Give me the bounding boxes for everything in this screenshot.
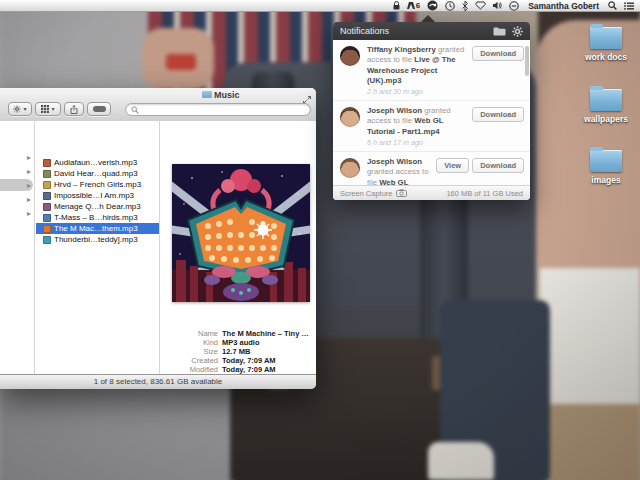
disclosure-triangle-icon: ▸ — [27, 182, 31, 190]
info-row: NameThe M Machine – Tiny Anth… — [0, 329, 316, 338]
desktop: work docs wallpapers images 6 — [0, 0, 640, 480]
notification-item[interactable]: Tiffany Kingsberry granted access to fil… — [333, 40, 530, 101]
storage-usage: 160 MB of 11 GB Used — [446, 189, 523, 198]
audio-file-icon — [43, 170, 51, 178]
folder-icon — [590, 27, 622, 49]
tag-pill-icon — [93, 106, 106, 112]
finder-window: Music ▾ ▾ ▸ — [0, 88, 316, 389]
audio-file-icon — [43, 214, 51, 222]
avatar — [340, 46, 360, 66]
scrollbar-thumb[interactable] — [525, 46, 529, 76]
folder-icon — [590, 89, 622, 111]
folder-proxy-icon — [202, 91, 212, 98]
timestamp: 6 h and 17 m ago — [367, 138, 524, 147]
folder-icon — [590, 150, 622, 172]
info-row: ModifiedToday, 7:09 AM — [0, 365, 316, 374]
sender-name: Tiffany Kingsberry — [367, 45, 436, 54]
file-name: Impossible…I Am.mp3 — [54, 191, 134, 200]
diamond-icon[interactable] — [475, 0, 486, 12]
finder-column-view: ▸ ▸ ▸ ▸ ▸ Audiafaun…verish.mp3 David Hea… — [0, 121, 316, 375]
menu-bar: 6 Samantha Gobert — [0, 0, 640, 12]
status-circle-icon[interactable] — [509, 0, 519, 12]
file-row[interactable]: Menage Q…h Dear.mp3 — [36, 201, 159, 212]
volume-icon[interactable] — [493, 0, 502, 12]
notifications-list: Tiffany Kingsberry granted access to fil… — [333, 40, 530, 185]
desktop-folder-images[interactable]: images — [574, 150, 638, 185]
app-badge: 6 — [416, 1, 420, 10]
disclosure-triangle-icon: ▸ — [27, 154, 31, 162]
notification-item[interactable]: Joseph Wilson granted access to file Web… — [333, 101, 530, 152]
audio-file-icon — [43, 159, 51, 167]
file-name: Thunderbi…teddy].mp3 — [54, 235, 138, 244]
desktop-folder-wallpapers[interactable]: wallpapers — [574, 89, 638, 124]
notifications-title: Notifications — [340, 26, 487, 36]
app-menu-icon[interactable]: 6 — [407, 0, 420, 12]
action-gear-button[interactable]: ▾ — [8, 102, 32, 116]
info-row: Size12.7 MB — [0, 347, 316, 356]
timestamp: 2 h and 30 m ago — [367, 87, 524, 96]
file-row[interactable]: Audiafaun…verish.mp3 — [36, 157, 159, 168]
share-button[interactable] — [64, 102, 84, 116]
bluetooth-icon[interactable] — [462, 0, 468, 12]
download-button[interactable]: Download — [472, 46, 524, 61]
search-icon — [131, 106, 139, 114]
file-row[interactable]: David Hear…quad.mp3 — [36, 168, 159, 179]
file-name: The M Mac…them.mp3 — [54, 224, 138, 233]
folder-label: work docs — [574, 52, 638, 62]
notification-item[interactable]: Joseph Wilson granted access to file Web… — [333, 152, 530, 185]
clock-icon[interactable] — [445, 0, 455, 12]
info-row: KindMP3 audio — [0, 338, 316, 347]
status-bar: 1 of 8 selected, 836.61 GB available — [0, 374, 316, 389]
audio-file-icon — [43, 192, 51, 200]
sender-name: Joseph Wilson — [367, 157, 422, 166]
view-options-button[interactable]: ▾ — [35, 102, 61, 116]
finder-titlebar[interactable]: Music ▾ ▾ — [0, 88, 316, 122]
view-button[interactable]: View — [436, 158, 469, 173]
screen-capture-button[interactable]: Screen Capture — [340, 189, 407, 198]
desktop-folder-work-docs[interactable]: work docs — [574, 27, 638, 62]
info-row: CreatedToday, 7:09 AM — [0, 356, 316, 365]
window-title: Music — [214, 90, 240, 100]
download-button[interactable]: Download — [472, 158, 524, 173]
avatar — [340, 107, 360, 127]
sync-icon[interactable] — [427, 0, 438, 12]
sender-name: Joseph Wilson — [367, 106, 422, 115]
notification-center-icon[interactable] — [624, 0, 634, 12]
folder-icon[interactable] — [493, 26, 506, 36]
file-row[interactable]: Impossible…I Am.mp3 — [36, 190, 159, 201]
disclosure-triangle-icon: ▸ — [27, 210, 31, 218]
notifications-panel: Notifications Tiffany Kingsberry granted… — [333, 22, 530, 200]
spotlight-search-icon[interactable] — [608, 0, 617, 12]
file-name: David Hear…quad.mp3 — [54, 169, 138, 178]
chevron-down-icon: ▾ — [23, 106, 26, 112]
album-art-preview — [172, 164, 310, 302]
file-name: Audiafaun…verish.mp3 — [54, 158, 137, 167]
file-row[interactable]: Thunderbi…teddy].mp3 — [36, 234, 159, 245]
folder-label: wallpapers — [574, 114, 638, 124]
audio-file-icon — [43, 236, 51, 244]
file-name: Menage Q…h Dear.mp3 — [54, 202, 141, 211]
disclosure-triangle-icon: ▸ — [27, 168, 31, 176]
file-row[interactable]: Hrvd – French Girls.mp3 — [36, 179, 159, 190]
lock-icon[interactable] — [393, 0, 400, 12]
chevron-down-icon: ▾ — [51, 106, 54, 112]
tag-button[interactable] — [87, 102, 111, 116]
avatar — [340, 158, 360, 178]
menu-user-name[interactable]: Samantha Gobert — [526, 1, 601, 11]
audio-file-icon — [43, 203, 51, 211]
download-button[interactable]: Download — [472, 107, 524, 122]
screen-capture-label: Screen Capture — [340, 189, 393, 198]
search-input[interactable] — [125, 103, 311, 116]
notifications-header: Notifications — [333, 22, 530, 40]
gear-icon[interactable] — [512, 26, 523, 37]
notifications-footer: Screen Capture 160 MB of 11 GB Used — [333, 185, 530, 200]
file-name: T-Mass – B…hirds.mp3 — [54, 213, 138, 222]
camera-icon — [396, 189, 407, 197]
file-row[interactable]: T-Mass – B…hirds.mp3 — [36, 212, 159, 223]
audio-file-icon — [43, 181, 51, 189]
audio-file-icon — [43, 225, 51, 233]
file-name: Hrvd – French Girls.mp3 — [54, 180, 141, 189]
disclosure-triangle-icon: ▸ — [27, 196, 31, 204]
file-row-selected[interactable]: The M Mac…them.mp3 — [36, 223, 159, 234]
folder-label: images — [574, 175, 638, 185]
